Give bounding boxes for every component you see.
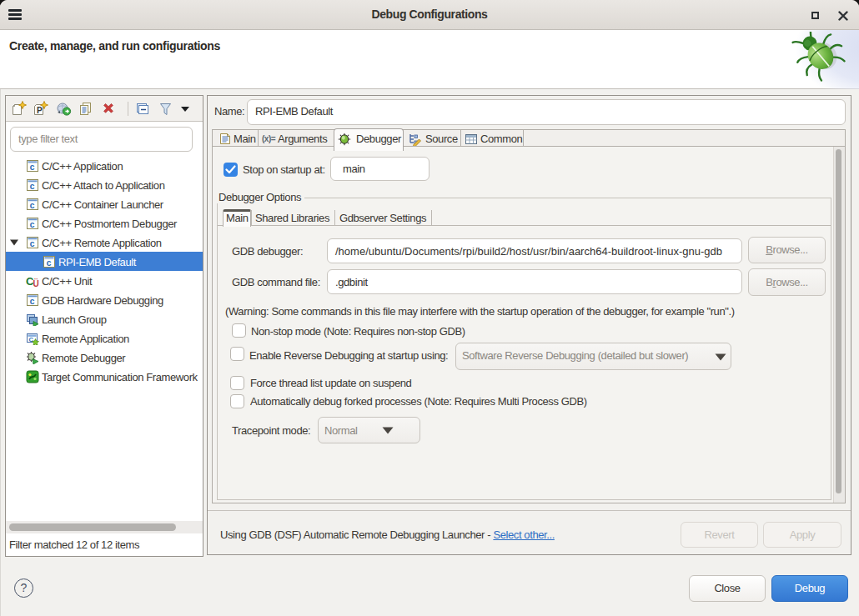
- svg-text:P: P: [37, 106, 43, 115]
